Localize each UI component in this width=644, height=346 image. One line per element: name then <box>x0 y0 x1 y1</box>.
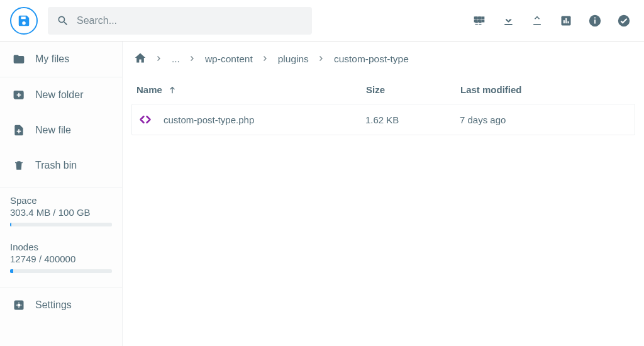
column-header-name[interactable]: Name <box>136 84 366 95</box>
table-row[interactable]: custom-post-type.php 1.62 KB 7 days ago <box>131 104 635 135</box>
upload-icon <box>531 14 543 27</box>
check-circle-icon <box>617 14 631 28</box>
chevron-right-icon <box>318 53 325 65</box>
search-input[interactable] <box>77 15 303 26</box>
breadcrumb-ellipsis[interactable]: ... <box>172 53 180 65</box>
file-modified: 7 days ago <box>460 114 630 125</box>
breadcrumb-part[interactable]: wp-content <box>205 53 253 65</box>
sidebar-item-label: New folder <box>35 89 83 101</box>
search-icon <box>57 14 69 27</box>
main-content: ... wp-content plugins custom-post-type … <box>123 42 644 346</box>
svg-rect-4 <box>478 20 481 22</box>
stats-button[interactable] <box>558 13 574 28</box>
file-name: custom-post-type.php <box>164 114 254 125</box>
code-file-icon <box>137 113 153 126</box>
select-all-button[interactable] <box>616 13 631 28</box>
svg-rect-8 <box>565 18 567 23</box>
search-field[interactable] <box>48 7 312 35</box>
storage-space-label: Space <box>10 195 112 206</box>
file-table: Name Size Last modified custom-post-type… <box>131 75 635 135</box>
svg-rect-12 <box>594 17 596 18</box>
chevron-right-icon <box>189 53 196 65</box>
sidebar-item-my-files[interactable]: My files <box>0 42 122 77</box>
sidebar-item-settings[interactable]: Settings <box>0 287 122 323</box>
save-disk-icon <box>17 14 31 28</box>
storage-inodes-block: Inodes 12749 / 400000 <box>0 238 122 281</box>
sidebar-item-new-folder[interactable]: New folder <box>0 77 122 113</box>
breadcrumb-part[interactable]: plugins <box>278 53 309 65</box>
home-icon <box>134 52 147 64</box>
column-header-size[interactable]: Size <box>366 84 460 95</box>
sidebar-item-label: New file <box>35 125 71 136</box>
app-logo[interactable] <box>10 7 38 35</box>
storage-inodes-bar <box>10 269 112 273</box>
folder-icon <box>13 53 25 65</box>
chevron-right-icon <box>155 53 163 65</box>
column-header-modified[interactable]: Last modified <box>460 84 630 95</box>
topbar <box>0 0 644 42</box>
sidebar-item-label: Settings <box>35 299 72 311</box>
storage-inodes-value: 12749 / 400000 <box>10 254 112 264</box>
svg-rect-5 <box>481 20 484 22</box>
svg-rect-11 <box>594 20 596 23</box>
download-button[interactable] <box>501 13 516 28</box>
storage-space-bar <box>10 223 112 226</box>
column-header-name-label: Name <box>136 84 162 95</box>
grid-icon <box>473 14 486 27</box>
storage-space-value: 303.4 MB / 100 GB <box>10 207 112 218</box>
download-icon <box>502 14 514 27</box>
breadcrumb: ... wp-content plugins custom-post-type <box>131 42 635 75</box>
file-size: 1.62 KB <box>365 114 460 125</box>
svg-rect-1 <box>478 16 481 19</box>
sidebar-item-trash[interactable]: Trash bin <box>0 148 122 183</box>
svg-rect-3 <box>474 20 477 22</box>
sidebar-item-label: My files <box>35 53 69 65</box>
sidebar-item-label: Trash bin <box>35 160 77 171</box>
chevron-right-icon <box>262 53 269 65</box>
sidebar-item-new-file[interactable]: New file <box>0 113 122 148</box>
file-plus-icon <box>13 124 25 137</box>
svg-rect-9 <box>568 21 569 23</box>
trash-icon <box>13 159 25 172</box>
storage-space-block: Space 303.4 MB / 100 GB <box>0 187 122 234</box>
breadcrumb-current: custom-post-type <box>334 53 409 65</box>
svg-point-16 <box>18 304 21 307</box>
folder-plus-icon <box>13 89 25 101</box>
table-header-row: Name Size Last modified <box>131 75 635 104</box>
gear-icon <box>13 299 25 311</box>
info-button[interactable] <box>587 13 602 28</box>
stats-icon <box>560 14 572 27</box>
svg-rect-7 <box>564 20 565 23</box>
upload-button[interactable] <box>530 13 545 28</box>
svg-rect-2 <box>481 16 484 19</box>
storage-inodes-label: Inodes <box>10 242 112 252</box>
svg-rect-0 <box>474 16 477 19</box>
arrow-up-icon <box>167 85 177 95</box>
topbar-actions <box>472 13 634 28</box>
breadcrumb-home[interactable] <box>134 52 147 67</box>
sidebar: My files New folder New file Trash bin S… <box>0 42 123 346</box>
grid-view-button[interactable] <box>472 13 487 28</box>
info-icon <box>588 14 602 28</box>
